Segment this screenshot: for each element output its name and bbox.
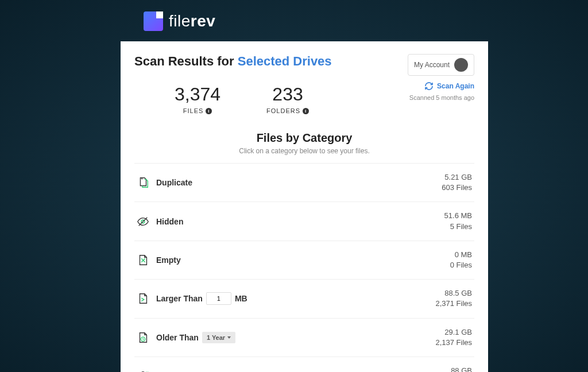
folders-count: 233 <box>266 84 309 105</box>
chevron-down-icon <box>227 336 231 339</box>
larger-than-input[interactable] <box>206 292 231 305</box>
category-hidden[interactable]: Hidden 51.6 MB5 Files <box>134 202 474 241</box>
not-owned-icon <box>137 370 149 372</box>
category-not-owned[interactable]: Not Owned By Me 88 GB3,260 Files <box>134 357 474 372</box>
refresh-icon <box>424 82 434 91</box>
logo-mark-icon <box>144 11 163 31</box>
avatar <box>454 58 468 72</box>
category-duplicate[interactable]: Duplicate 5.21 GB603 Files <box>134 164 474 202</box>
my-account-button[interactable]: My Account <box>408 54 474 76</box>
stat-files[interactable]: 3,374 FILES i <box>175 84 220 115</box>
category-label: Larger Than MB <box>156 292 435 305</box>
category-stats: 29.1 GB2,137 Files <box>435 327 472 348</box>
empty-icon <box>137 254 149 266</box>
category-label: Empty <box>156 255 450 265</box>
category-stats: 88 GB3,260 Files <box>435 366 472 372</box>
brand-logo: filerev <box>144 11 488 31</box>
category-stats: 88.5 GB2,371 Files <box>435 288 472 309</box>
category-label: Hidden <box>156 217 444 226</box>
category-label: Older Than 1 Year <box>156 332 435 343</box>
category-list: Duplicate 5.21 GB603 Files Hidden 51.6 M… <box>134 163 474 372</box>
category-empty[interactable]: Empty 0 MB0 Files <box>134 241 474 280</box>
selected-drives-link[interactable]: Selected Drives <box>238 54 332 68</box>
category-label: Duplicate <box>156 178 442 187</box>
category-larger-than[interactable]: Larger Than MB 88.5 GB2,371 Files <box>134 280 474 318</box>
info-icon[interactable]: i <box>206 108 212 114</box>
duplicate-icon <box>137 176 149 189</box>
scan-again-button[interactable]: Scan Again <box>424 82 474 91</box>
logo-text: filerev <box>169 12 215 30</box>
hidden-icon <box>137 215 149 228</box>
category-stats: 5.21 GB603 Files <box>442 172 472 193</box>
results-panel: Scan Results for Selected Drives My Acco… <box>121 41 488 372</box>
section-subtitle: Click on a category below to see your fi… <box>134 147 474 155</box>
info-icon[interactable]: i <box>303 108 309 114</box>
category-older-than[interactable]: Older Than 1 Year 29.1 GB2,137 Files <box>134 319 474 357</box>
page-title: Scan Results for Selected Drives <box>134 54 332 69</box>
category-stats: 51.6 MB5 Files <box>444 211 472 231</box>
older-than-dropdown[interactable]: 1 Year <box>202 332 235 343</box>
account-label: My Account <box>414 61 450 69</box>
files-count: 3,374 <box>175 84 220 105</box>
section-heading: Files by Category <box>134 131 474 145</box>
larger-than-icon <box>137 292 149 305</box>
category-stats: 0 MB0 Files <box>450 250 472 270</box>
stat-folders[interactable]: 233 FOLDERS i <box>266 84 309 115</box>
older-than-icon <box>137 331 149 344</box>
